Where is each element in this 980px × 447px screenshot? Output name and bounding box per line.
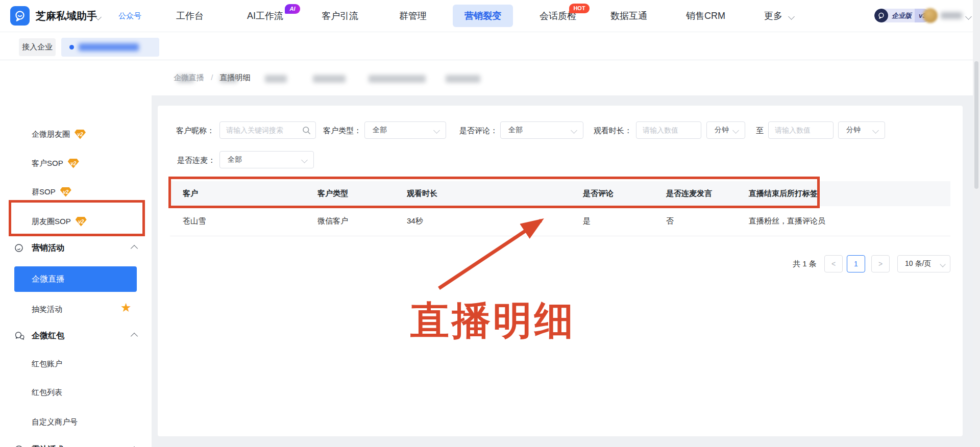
search-icon[interactable] (302, 126, 311, 137)
sidebar-item-label: 企微朋友圈 (32, 130, 70, 139)
active-enterprise-tab[interactable] (61, 38, 159, 57)
sidebar-section-wecom-redpacket[interactable]: 企微红包 (14, 330, 64, 341)
col-watch-duration: 观看时长 (407, 181, 583, 206)
cell-watch-duration: 34秒 (407, 206, 583, 236)
nav-item-customer-acquisition[interactable]: 客户引流 (322, 0, 358, 32)
cell-commented: 是 (583, 206, 666, 236)
active-tab-dot-icon (69, 45, 74, 49)
pagination-page-1-button[interactable]: 1 (847, 255, 865, 272)
active-tab-redacted-label (79, 43, 139, 51)
cell-customer-type: 微信客户 (317, 206, 407, 236)
nav-item-session-qc[interactable]: 会话质检 HOT (540, 0, 576, 32)
pagination-next-button[interactable]: > (871, 255, 890, 272)
chevron-down-icon (301, 157, 308, 163)
vertical-scrollbar[interactable] (973, 0, 980, 447)
sidebar-section-radar-script[interactable]: 雷达话术 (14, 444, 64, 447)
brand-title[interactable]: 芝麻私域助手 (36, 0, 97, 32)
comment-value: 全部 (508, 126, 523, 135)
sidebar-item-label: 红包列表 (32, 388, 62, 398)
more-chevron-down-icon (788, 13, 795, 20)
sidebar-section-marketing-activity[interactable]: 营销活动 (14, 242, 64, 254)
table-row: 苍山雪 微信客户 34秒 是 否 直播粉丝，直播评论员 (170, 206, 950, 236)
customer-type-value: 全部 (373, 126, 387, 135)
sidebar-item-label: 客户SOP (32, 159, 63, 168)
sidebar-item-customer-sop[interactable]: 客户SOP v2 (32, 158, 79, 169)
breadcrumb-separator: / (211, 73, 213, 82)
user-chevron-down-icon[interactable] (965, 13, 972, 20)
sidebar-item-label: 抽奖活动 (32, 305, 62, 314)
sidebar: 企微朋友圈 v2 客户SOP v2 群SOP v2 朋友圈SOP v2 营销活动… (0, 60, 152, 447)
cell-mic-speech: 否 (666, 206, 749, 236)
nav-item-sales-crm[interactable]: 销售CRM (686, 0, 725, 32)
nav-item-ai-workflow[interactable]: AI工作流 AI (247, 0, 283, 32)
collapse-chevron-up-icon[interactable] (131, 245, 138, 252)
col-customer: 客户 (170, 181, 317, 206)
nav-item-more-label: 更多 (764, 11, 782, 21)
sidebar-item-label: 自定义商户号 (32, 417, 78, 427)
watch-max-unit-select[interactable]: 分钟 (838, 121, 885, 139)
watch-min-input[interactable] (636, 122, 699, 138)
cell-customer: 苍山雪 (170, 206, 317, 236)
hot-badge: HOT (569, 4, 590, 13)
official-account-link[interactable]: 公众号 (118, 0, 141, 32)
sidebar-item-label: 群SOP (32, 187, 56, 197)
sidebar-item-moments-sop[interactable]: 朋友圈SOP v2 (32, 216, 87, 227)
nickname-filter-label: 客户昵称： (176, 126, 214, 136)
live-detail-table: 客户 客户类型 观看时长 是否评论 是否连麦发言 直播结束后所打标签 苍山雪 微… (170, 181, 950, 236)
unit-max-value: 分钟 (846, 126, 861, 135)
edition-chat-icon (874, 9, 888, 22)
chevron-down-icon (571, 127, 577, 134)
page-size-select[interactable]: 10 条/页 (897, 255, 950, 272)
redacted-tab[interactable] (177, 75, 194, 83)
nav-item-data-interchange[interactable]: 数据互通 (610, 0, 647, 32)
comment-select[interactable]: 全部 (500, 121, 583, 139)
app-logo-icon (10, 6, 30, 26)
watch-min-box (636, 121, 701, 139)
redacted-tab[interactable] (220, 75, 237, 83)
connect-enterprise-button[interactable]: 接入企业 (19, 38, 56, 56)
ai-badge: AI (285, 4, 300, 14)
chevron-down-icon (433, 127, 440, 134)
user-avatar[interactable] (923, 8, 938, 23)
scrollbar-thumb[interactable] (974, 61, 978, 189)
redacted-tab[interactable] (265, 75, 287, 83)
sidebar-item-custom-merchant[interactable]: 自定义商户号 (32, 416, 78, 428)
sidebar-item-redpacket-list[interactable]: 红包列表 (32, 387, 62, 398)
nav-item-marketing-fission-active[interactable]: 营销裂变 (453, 5, 513, 27)
sidebar-item-wecom-live-selected[interactable]: 企微直播 (14, 266, 137, 292)
sidebar-section-label: 营销活动 (32, 243, 64, 254)
collapse-chevron-up-icon[interactable] (131, 333, 138, 340)
star-icon: ★ (120, 302, 132, 314)
pagination-prev-button[interactable]: < (824, 255, 843, 272)
redacted-tab[interactable] (446, 75, 480, 83)
mic-filter-label: 是否连麦： (177, 156, 215, 165)
sidebar-item-wecom-moments[interactable]: 企微朋友圈 v2 (32, 129, 86, 140)
secondary-tabbar: 接入企业 (0, 32, 980, 60)
sidebar-section-label: 企微红包 (32, 331, 64, 341)
range-to-label: 至 (756, 126, 764, 136)
sidebar-item-lottery-activity[interactable]: 抽奖活动 (32, 304, 62, 315)
nav-item-more[interactable]: 更多 (764, 0, 794, 32)
customer-type-select[interactable]: 全部 (364, 121, 446, 139)
nav-item-group-management[interactable]: 群管理 (399, 0, 427, 32)
v2-badge-icon: v2 (68, 159, 79, 168)
watch-duration-filter-label: 观看时长： (594, 126, 632, 136)
watch-max-input[interactable] (769, 122, 831, 138)
sidebar-section-label: 雷达话术 (32, 444, 64, 447)
chat-bubbles-icon (14, 331, 24, 340)
col-mic-speech: 是否连麦发言 (666, 181, 749, 206)
watch-min-unit-select[interactable]: 分钟 (706, 121, 745, 139)
nickname-search-box (219, 121, 316, 139)
customer-type-filter-label: 客户类型： (323, 126, 361, 136)
mic-select[interactable]: 全部 (219, 151, 314, 168)
nav-item-workbench[interactable]: 工作台 (176, 0, 204, 32)
nickname-search-input[interactable] (220, 122, 315, 138)
unit-min-value: 分钟 (715, 126, 729, 135)
redacted-tab[interactable] (313, 75, 346, 83)
redacted-tab[interactable] (369, 75, 426, 83)
chevron-down-icon (872, 127, 879, 134)
cell-tags-after-live: 直播粉丝，直播评论员 (749, 206, 950, 236)
circle-icon (14, 445, 24, 447)
sidebar-item-redpacket-account[interactable]: 红包账户 (32, 358, 62, 369)
sidebar-item-group-sop[interactable]: 群SOP v2 (32, 186, 71, 197)
